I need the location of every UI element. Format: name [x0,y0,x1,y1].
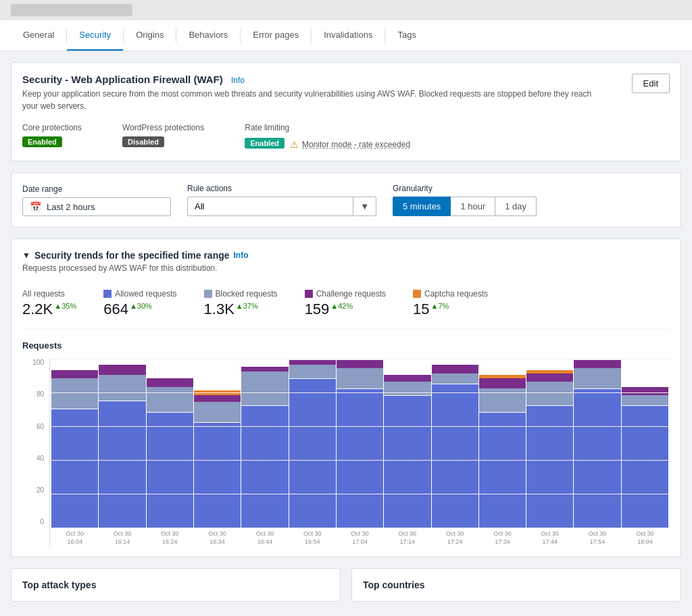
filters-card: Date range 📅 Last 2 hours Rule actions A… [11,172,681,228]
allowed-change: ▲30% [130,302,152,310]
x-label: Oct 30 17:14 [384,530,430,546]
blocked-bar [574,368,620,388]
captcha-value: 15▲7% [413,301,488,318]
waf-info-link[interactable]: Info [231,76,245,85]
chart-title: Requests [22,340,670,351]
core-protections-label: Core protections [22,123,82,132]
rate-limiting-badge: Enabled [245,138,285,149]
rate-limiting: Rate limiting Enabled ⚠ Monitor mode - r… [245,123,410,150]
blocked-bar [384,382,430,395]
challenge-bar [432,365,478,374]
y-label-100: 100 [32,359,44,366]
y-label-40: 40 [36,455,44,462]
granularity-group: Granularity 5 minutes 1 hour 1 day [393,184,537,216]
x-label: Oct 30 16:44 [241,530,288,546]
metric-all-requests: All requests 2.2K▲35% [22,289,76,318]
bar-group [574,359,620,528]
chart-section: Requests 100 80 60 40 20 0 [22,340,670,546]
tab-tags[interactable]: Tags [385,20,428,51]
y-label-0: 0 [40,518,44,525]
y-label-60: 60 [36,423,44,430]
challenge-bar [241,367,288,372]
wordpress-protections-badge: Disabled [122,136,164,147]
rule-actions-group: Rule actions All Allow Block Challenge C… [187,184,376,216]
granularity-buttons: 5 minutes 1 hour 1 day [393,197,537,216]
tab-general[interactable]: General [11,20,66,51]
warning-icon: ⚠ [290,139,299,150]
tab-error-pages[interactable]: Error pages [241,20,311,51]
tab-origins[interactable]: Origins [124,20,176,51]
challenge-bar [147,378,193,387]
challenge-bar [289,360,336,365]
core-protections: Core protections Enabled [22,123,82,150]
bar-group [337,359,383,528]
bar-group [289,359,336,528]
granularity-5min-button[interactable]: 5 minutes [393,197,451,216]
allowed-value: 664▲30% [103,301,176,318]
blocked-bar [289,365,336,378]
challenge-change: ▲42% [330,302,353,310]
x-label: Oct 30 17:34 [479,530,526,546]
all-requests-value: 2.2K▲35% [22,301,76,318]
trends-card: ▼ Security trends for the specified time… [11,238,681,557]
allowed-bar [622,406,668,528]
trends-header: ▼ Security trends for the specified time… [22,250,670,261]
bar-group [479,359,526,528]
bar-group [194,359,241,528]
bar-group [51,359,98,528]
allowed-bar [574,389,620,528]
all-requests-change: ▲35% [54,302,76,310]
blocked-label: Blocked requests [216,289,278,299]
collapse-icon[interactable]: ▼ [22,251,30,260]
allowed-bar [337,389,383,528]
all-requests-label: All requests [22,289,65,299]
tab-security[interactable]: Security [67,20,123,51]
allowed-bar [147,413,193,528]
trends-title: Security trends for the specified time r… [34,250,230,261]
allowed-label: Allowed requests [115,289,176,299]
blocked-dot [204,290,212,298]
granularity-label: Granularity [393,184,537,193]
tab-invalidations[interactable]: Invalidations [312,20,385,51]
challenge-bar [99,365,145,375]
challenge-dot [305,290,313,298]
date-range-input[interactable]: 📅 Last 2 hours [22,197,171,216]
trends-info-link[interactable]: Info [234,251,249,260]
allowed-bar [289,379,336,528]
tab-behaviors[interactable]: Behaviors [176,20,240,51]
challenge-bar [526,374,573,382]
blocked-change: ▲37% [236,302,258,310]
granularity-1hour-button[interactable]: 1 hour [451,197,495,216]
blocked-bar [432,374,478,384]
top-bar [0,0,692,20]
y-label-80: 80 [36,390,44,398]
waf-title: Security - Web Application Firewall (WAF… [22,74,597,85]
challenge-bar [384,375,430,382]
challenge-bar [574,360,620,369]
countries-title: Top countries [363,580,670,590]
rule-actions-select[interactable]: All Allow Block Challenge Captcha [188,197,353,215]
date-range-group: Date range 📅 Last 2 hours [22,184,171,216]
challenge-bar [622,387,668,396]
metric-blocked: Blocked requests 1.3K▲37% [204,289,278,318]
x-label: Oct 30 17:04 [337,530,383,546]
granularity-1day-button[interactable]: 1 day [495,197,537,216]
allowed-bar [241,406,288,528]
allowed-bar [384,396,430,528]
challenge-label: Challenge requests [316,289,386,299]
top-countries-section: Top countries [351,568,681,602]
x-label: Oct 30 16:24 [147,530,193,546]
waf-description: Keep your application secure from the mo… [22,88,597,112]
calendar-icon: 📅 [30,201,41,212]
waf-card: Security - Web Application Firewall (WAF… [11,62,681,161]
bottom-sections: Top attack types Top countries [11,568,681,602]
core-protections-badge: Enabled [22,136,62,147]
edit-button[interactable]: Edit [632,74,670,93]
bar-group [526,359,573,528]
rule-actions-select-wrap[interactable]: All Allow Block Challenge Captcha ▼ [187,197,376,216]
challenge-bar [194,395,241,402]
blocked-value: 1.3K▲37% [204,301,278,318]
rate-limiting-label: Rate limiting [245,123,410,132]
blocked-bar [147,387,193,413]
allowed-bar [99,401,145,528]
